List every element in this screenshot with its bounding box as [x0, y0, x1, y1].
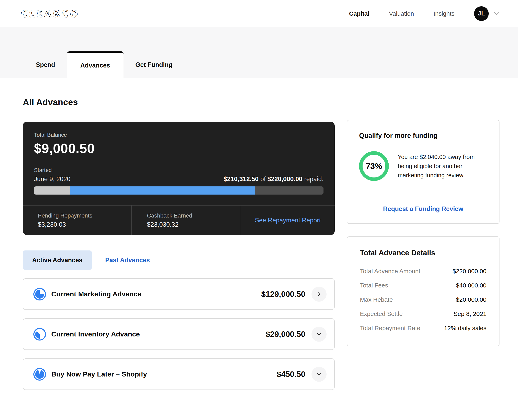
advance-row-bnpl-shopify[interactable]: Buy Now Pay Later – Shopify $450.50 — [23, 358, 335, 390]
chevron-down-icon — [494, 11, 500, 17]
tab-advances[interactable]: Advances — [67, 51, 124, 78]
expand-advance-button[interactable] — [311, 367, 326, 382]
detail-row-total-repayment-rate: Total Repayment Rate 12% daily sales — [360, 325, 487, 331]
advance-row-inventory[interactable]: Current Inventory Advance $29,000.50 — [23, 318, 335, 350]
cashback-earned-cell: Cashback Earned $23,030.32 — [131, 206, 240, 235]
started-date: June 9, 2020 — [34, 175, 70, 183]
progress-ring: 73% — [359, 151, 389, 181]
detail-label: Max Rebate — [360, 296, 393, 303]
pending-repayments-value: $3,230.03 — [38, 221, 131, 228]
balance-card-top: Total Balance $9,000.50 Started June 9, … — [23, 122, 335, 205]
sidebar-column: Qualify for more funding 73% You are $2,… — [347, 78, 500, 390]
progress-segment-remaining — [255, 187, 324, 195]
advances-filter-row: Active Advances Past Advances — [23, 250, 335, 270]
tab-bar: Spend Advances Get Funding — [0, 27, 518, 78]
svg-text:CLEARCO: CLEARCO — [21, 8, 79, 19]
total-balance-label: Total Balance — [34, 132, 324, 138]
qualify-message: You are $2,040.00 away from being eligib… — [398, 152, 487, 180]
advance-name: Current Inventory Advance — [51, 330, 140, 338]
repaid-amount: $210,312.50 — [224, 175, 259, 183]
repaid-suffix: repaid. — [302, 175, 324, 183]
open-advance-button[interactable] — [311, 287, 326, 302]
chevron-down-icon — [316, 331, 322, 337]
detail-row-total-fees: Total Fees $40,000.00 — [360, 282, 487, 289]
pie-progress-icon — [33, 368, 46, 381]
expand-advance-button[interactable] — [311, 327, 326, 342]
page-title: All Advances — [23, 97, 335, 107]
advance-amount: $29,000.50 — [266, 330, 305, 339]
clearco-logo[interactable]: CLEARCO — [20, 7, 83, 20]
top-header: CLEARCO Capital Valuation Insights JL — [0, 0, 518, 27]
active-advances-filter[interactable]: Active Advances — [23, 250, 92, 270]
total-balance-card: Total Balance $9,000.50 Started June 9, … — [23, 122, 335, 235]
qualify-funding-card: Qualify for more funding 73% You are $2,… — [347, 120, 500, 224]
nav-item-insights[interactable]: Insights — [433, 10, 455, 17]
detail-label: Total Fees — [360, 282, 388, 289]
cashback-earned-value: $23,030.32 — [147, 221, 240, 228]
detail-value: $220,000.00 — [452, 268, 487, 275]
repaid-summary: $210,312.50 of $220,000.00 repaid. — [224, 175, 324, 183]
header-nav: Capital Valuation Insights JL — [349, 6, 500, 21]
pie-progress-icon — [33, 328, 46, 340]
tab-spend[interactable]: Spend — [24, 51, 67, 78]
advance-name: Buy Now Pay Later – Shopify — [51, 370, 147, 378]
total-balance-amount: $9,000.50 — [34, 141, 324, 156]
chevron-down-icon — [316, 372, 322, 377]
total-advance-details-card: Total Advance Details Total Advance Amou… — [347, 236, 500, 346]
detail-row-expected-settle: Expected Settle Sep 8, 2021 — [360, 310, 487, 317]
chevron-right-icon — [316, 292, 322, 297]
detail-label: Expected Settle — [360, 310, 403, 317]
pie-progress-icon — [33, 288, 46, 300]
repayment-progress-bar — [34, 187, 324, 195]
nav-item-valuation[interactable]: Valuation — [389, 10, 414, 17]
progress-segment-blue — [70, 187, 255, 195]
balance-card-stats: Pending Repayments $3,230.03 Cashback Ea… — [23, 205, 335, 235]
pending-repayments-label: Pending Repayments — [38, 212, 131, 219]
qualify-card-title: Qualify for more funding — [359, 132, 487, 139]
repaid-total: $220,000.00 — [267, 175, 302, 183]
advances-column: All Advances Total Balance $9,000.50 Sta… — [23, 78, 335, 390]
started-label: Started — [34, 167, 324, 173]
advance-amount: $450.50 — [277, 370, 305, 379]
repaid-of: of — [259, 175, 267, 183]
avatar: JL — [474, 6, 489, 21]
detail-value: $40,000.00 — [456, 282, 487, 289]
details-card-title: Total Advance Details — [360, 249, 487, 257]
progress-segment-gray — [34, 187, 70, 195]
clearco-logo-icon: CLEARCO — [20, 7, 83, 20]
advance-name: Current Marketing Advance — [51, 290, 141, 298]
see-repayment-report-link[interactable]: See Repayment Report — [255, 217, 321, 224]
request-funding-review-link[interactable]: Request a Funding Review — [383, 205, 463, 213]
pending-repayments-cell: Pending Repayments $3,230.03 — [23, 206, 131, 235]
tab-get-funding[interactable]: Get Funding — [124, 51, 184, 78]
detail-value: Sep 8, 2021 — [454, 310, 487, 317]
detail-value: 12% daily sales — [444, 325, 487, 331]
advance-row-marketing[interactable]: Current Marketing Advance $129,000.50 — [23, 278, 335, 310]
advance-amount: $129,000.50 — [261, 290, 305, 299]
detail-label: Total Repayment Rate — [360, 325, 420, 331]
nav-item-capital[interactable]: Capital — [349, 10, 370, 17]
past-advances-filter[interactable]: Past Advances — [105, 256, 150, 264]
progress-ring-percent: 73% — [366, 162, 382, 171]
cashback-earned-label: Cashback Earned — [147, 212, 240, 219]
main-content: All Advances Total Balance $9,000.50 Sta… — [0, 78, 518, 390]
detail-row-max-rebate: Max Rebate $20,000.00 — [360, 296, 487, 303]
details-rows: Total Advance Amount $220,000.00 Total F… — [360, 268, 487, 331]
detail-label: Total Advance Amount — [360, 268, 420, 275]
detail-row-total-advance-amount: Total Advance Amount $220,000.00 — [360, 268, 487, 275]
detail-value: $20,000.00 — [456, 296, 487, 303]
account-menu[interactable]: JL — [474, 6, 500, 21]
